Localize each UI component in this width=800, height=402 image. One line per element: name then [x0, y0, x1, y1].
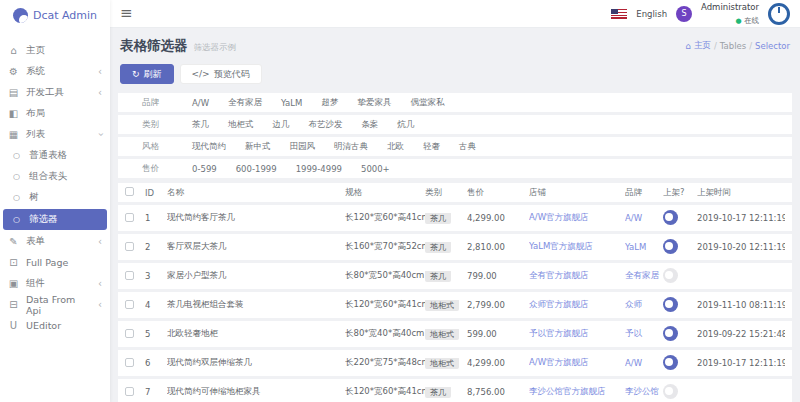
filter-option[interactable]: 偶堂家私 — [410, 97, 444, 109]
cell-spec: 长220*宽75*高48cm — [345, 357, 425, 369]
brand-link[interactable]: 众师 — [625, 299, 642, 309]
filter-row-3: 售价0-599600-19991999-49995000+ — [118, 159, 792, 178]
shop-link[interactable]: YaLM官方旗舰店 — [529, 241, 593, 251]
filter-option[interactable]: 茶几 — [192, 119, 209, 131]
on-shelf-toggle[interactable] — [663, 355, 678, 370]
cell-price: 799.00 — [467, 271, 529, 281]
brand-link[interactable]: 李沙公馆 — [625, 386, 659, 396]
on-shelf-toggle[interactable] — [663, 210, 678, 225]
cell-id: 6 — [145, 358, 167, 368]
breadcrumb-item-selector[interactable]: Selector — [755, 41, 790, 51]
language-selector[interactable]: English — [636, 9, 667, 19]
on-shelf-toggle[interactable] — [663, 384, 678, 399]
filter-option[interactable]: YaLM — [281, 98, 302, 108]
cell-spec: 长120*宽60*高41cm — [345, 212, 425, 224]
sidebar-item-components[interactable]: ▣组件‹ — [0, 273, 110, 294]
brand-link[interactable]: A/W — [625, 213, 642, 223]
cell-time: 2019-10-17 12:11:19 — [697, 213, 785, 223]
filter-option[interactable]: 布艺沙发 — [309, 119, 343, 131]
row-checkbox[interactable] — [125, 387, 134, 396]
sidebar-item-list[interactable]: ▦列表‹ — [0, 124, 110, 145]
cell-id: 4 — [145, 300, 167, 310]
filter-option[interactable]: A/W — [192, 98, 209, 108]
filter-row-1: 类别茶几地柜式边几布艺沙发条案炕几 — [118, 115, 792, 134]
cell-category: 地柜式 — [425, 358, 467, 369]
filter-option[interactable]: 古典 — [459, 141, 476, 153]
filter-option[interactable]: 田园风 — [290, 141, 316, 153]
cell-category: 茶几 — [425, 271, 467, 282]
sidebar-item-combined-header[interactable]: ○组合表头 — [0, 166, 110, 187]
cell-category: 地柜式 — [425, 300, 467, 311]
brand-link[interactable]: YaLM — [625, 242, 646, 252]
filter-option[interactable]: 超梦 — [321, 97, 338, 109]
row-checkbox[interactable] — [125, 213, 134, 222]
refresh-icon: ↻ — [132, 69, 140, 79]
filter-option[interactable]: 600-1999 — [236, 164, 277, 174]
filter-option[interactable]: 挚爱家具 — [357, 97, 391, 109]
sidebar-item-basic-table[interactable]: ○普通表格 — [0, 145, 110, 166]
cell-price: 8,756.00 — [467, 387, 529, 397]
preview-code-button[interactable]: </> 预览代码 — [180, 64, 262, 84]
avatar[interactable]: S — [676, 6, 692, 22]
sidebar-item-ueditor[interactable]: UUEditor — [0, 315, 110, 336]
row-checkbox[interactable] — [125, 358, 134, 367]
sidebar-item-layout[interactable]: ◧布局 — [0, 103, 110, 124]
on-shelf-toggle[interactable] — [663, 326, 678, 341]
sidebar-item-tree[interactable]: ○树 — [0, 187, 110, 208]
filter-option[interactable]: 炕几 — [398, 119, 415, 131]
filter-label: 品牌 — [142, 97, 192, 109]
on-shelf-toggle[interactable] — [663, 268, 678, 283]
brand-link[interactable]: 予以 — [625, 328, 642, 338]
hamburger-menu-icon[interactable]: ≡ — [120, 6, 133, 21]
sidebar-item-system[interactable]: ⚙系统‹ — [0, 61, 110, 82]
cell-id: 3 — [145, 271, 167, 281]
filter-option[interactable]: 边几 — [273, 119, 290, 131]
sidebar-item-selector[interactable]: ○筛选器 — [3, 209, 107, 230]
on-shelf-toggle[interactable] — [663, 297, 678, 312]
brand-link[interactable]: A/W — [625, 358, 642, 368]
toggle-knob — [665, 387, 673, 395]
breadcrumb-item-主页[interactable]: 主页 — [694, 40, 711, 52]
sidebar-item-full-page[interactable]: ⊡Full Page — [0, 252, 110, 273]
on-shelf-toggle[interactable] — [663, 239, 678, 254]
filter-option[interactable]: 5000+ — [361, 164, 390, 174]
shop-link[interactable]: 众师官方旗舰店 — [529, 299, 589, 309]
brand-logo[interactable]: Dcat Admin — [0, 0, 110, 30]
shop-link[interactable]: A/W官方旗舰店 — [529, 212, 589, 222]
user-menu[interactable]: Administrator ● 在线 — [701, 1, 759, 26]
select-all-checkbox[interactable] — [125, 187, 134, 196]
sidebar-item-data-from-api[interactable]: ⊟Data From Api‹ — [0, 294, 110, 315]
brand-link[interactable]: 全有家居 — [625, 270, 659, 280]
sidebar-item-form[interactable]: ✎表单‹ — [0, 231, 110, 252]
shop-link[interactable]: 全有官方旗舰店 — [529, 270, 589, 280]
filter-option[interactable]: 现代简约 — [192, 141, 226, 153]
row-checkbox[interactable] — [125, 242, 134, 251]
sidebar-item-home[interactable]: ⌂主页 — [0, 40, 110, 61]
filter-option[interactable]: 轻奢 — [423, 141, 440, 153]
sidebar-menu: ⌂主页⚙系统‹▤开发工具‹◧布局▦列表‹○普通表格○组合表头○树○筛选器✎表单‹… — [0, 30, 110, 336]
refresh-button[interactable]: ↻ 刷新 — [120, 64, 174, 84]
cell-price: 4,299.00 — [467, 213, 529, 223]
column-header: 品牌 — [625, 187, 663, 199]
filter-option[interactable]: 新中式 — [245, 141, 271, 153]
shop-link[interactable]: 予以官方旗舰店 — [529, 328, 589, 338]
cell-shop: 众师官方旗舰店 — [529, 299, 625, 311]
row-checkbox[interactable] — [125, 329, 134, 338]
sidebar-item-label: Full Page — [26, 257, 68, 268]
cell-shop: 予以官方旗舰店 — [529, 328, 625, 340]
row-checkbox[interactable] — [125, 271, 134, 280]
filter-option[interactable]: 1999-4999 — [296, 164, 342, 174]
shop-link[interactable]: A/W官方旗舰店 — [529, 357, 589, 367]
filter-option[interactable]: 条案 — [362, 119, 379, 131]
sidebar-item-label: 组件 — [26, 277, 45, 290]
shop-link[interactable]: 李沙公馆官方旗舰店 — [529, 386, 606, 396]
sidebar-item-dev-tools[interactable]: ▤开发工具‹ — [0, 82, 110, 103]
filter-option[interactable]: 0-599 — [192, 164, 217, 174]
filter-option[interactable]: 明清古典 — [334, 141, 368, 153]
table-row: 4茶几电视柜组合套装长120*宽60*高41cm地柜式2,799.00众师官方旗… — [118, 292, 792, 318]
row-checkbox[interactable] — [125, 300, 134, 309]
filter-option[interactable]: 地柜式 — [228, 119, 254, 131]
logout-power-button[interactable] — [768, 3, 790, 25]
filter-option[interactable]: 北欧 — [387, 141, 404, 153]
filter-option[interactable]: 全有家居 — [228, 97, 262, 109]
